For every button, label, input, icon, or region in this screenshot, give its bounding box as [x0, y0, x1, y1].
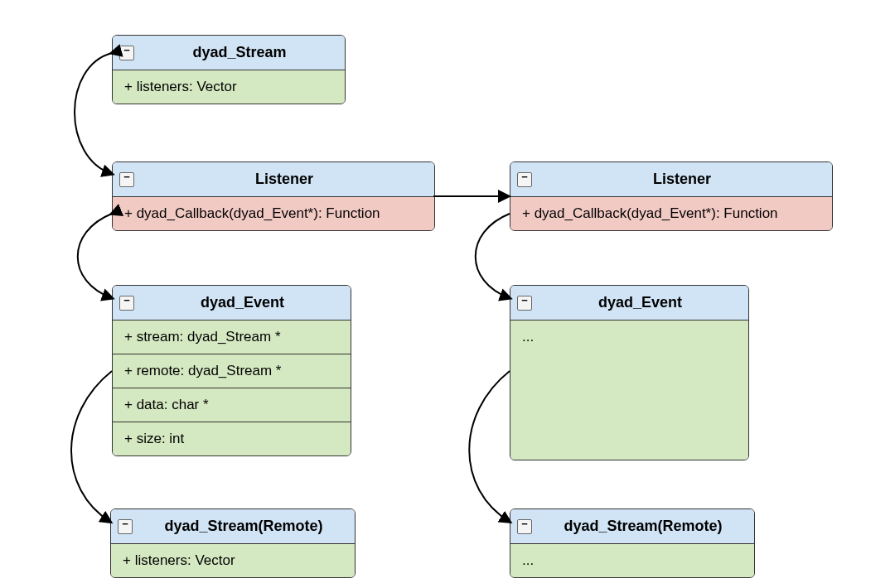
- class-attribute: + remote: dyad_Stream *: [113, 354, 351, 388]
- class-attribute: + size: int: [113, 422, 351, 455]
- collapse-toggle[interactable]: −: [119, 296, 134, 311]
- class-dyad-stream-remote-left: − dyad_Stream(Remote) + listeners: Vecto…: [110, 508, 356, 578]
- class-attribute: + listeners: Vector: [113, 70, 345, 104]
- class-title: − dyad_Stream(Remote): [111, 509, 355, 544]
- class-dyad-event-right: − dyad_Event ...: [510, 285, 749, 460]
- collapse-toggle[interactable]: −: [119, 46, 134, 60]
- class-listener-left: − Listener + dyad_Callback(dyad_Event*):…: [112, 161, 435, 231]
- class-attribute: + data: char *: [113, 388, 351, 422]
- class-title-text: Listener: [653, 171, 711, 187]
- class-title-text: dyad_Event: [598, 294, 682, 311]
- class-title: − dyad_Event: [113, 286, 351, 321]
- class-attribute: + stream: dyad_Stream *: [113, 321, 351, 354]
- class-attribute: ...: [510, 321, 748, 354]
- class-method: + dyad_Callback(dyad_Event*): Function: [510, 197, 832, 230]
- class-title: − Listener: [510, 162, 832, 197]
- class-title: − Listener: [113, 162, 434, 197]
- class-title-text: dyad_Stream(Remote): [164, 518, 322, 534]
- collapse-toggle[interactable]: −: [517, 519, 532, 534]
- class-method: + dyad_Callback(dyad_Event*): Function: [113, 197, 434, 230]
- class-title-text: dyad_Stream: [192, 44, 286, 60]
- class-title-text: Listener: [255, 171, 313, 187]
- collapse-toggle[interactable]: −: [517, 296, 532, 311]
- diagram-canvas: − dyad_Stream + listeners: Vector − List…: [17, 17, 878, 571]
- class-title: − dyad_Event: [510, 286, 748, 321]
- collapse-toggle[interactable]: −: [118, 519, 133, 534]
- collapse-toggle[interactable]: −: [517, 172, 532, 187]
- class-title: − dyad_Stream(Remote): [510, 509, 754, 544]
- class-attribute: ...: [510, 544, 754, 577]
- class-attribute: + listeners: Vector: [111, 544, 355, 577]
- class-dyad-event-left: − dyad_Event + stream: dyad_Stream * + r…: [112, 285, 351, 456]
- class-dyad-stream: − dyad_Stream + listeners: Vector: [112, 35, 346, 104]
- class-listener-right: − Listener + dyad_Callback(dyad_Event*):…: [510, 161, 833, 231]
- class-title: − dyad_Stream: [113, 36, 345, 70]
- class-dyad-stream-remote-right: − dyad_Stream(Remote) ...: [510, 508, 755, 578]
- collapse-toggle[interactable]: −: [119, 172, 134, 187]
- class-title-text: dyad_Stream(Remote): [564, 518, 722, 534]
- class-title-text: dyad_Event: [201, 294, 284, 311]
